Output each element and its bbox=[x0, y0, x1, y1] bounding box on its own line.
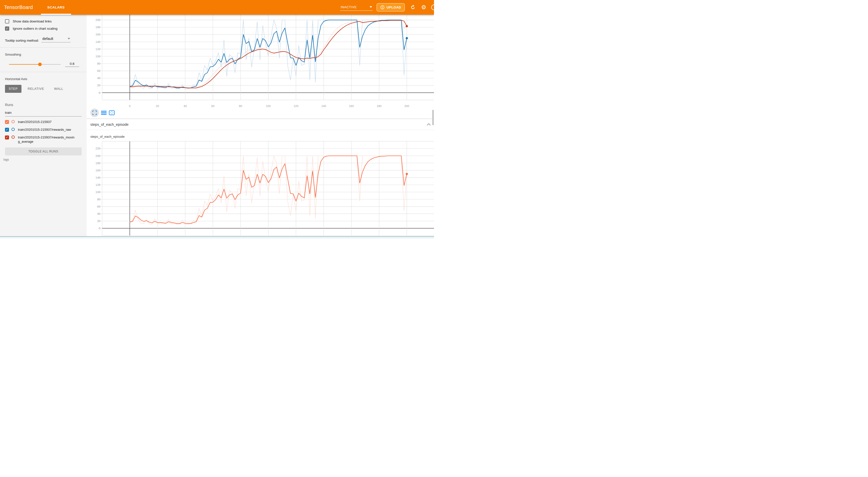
run-color-ring[interactable] bbox=[11, 120, 15, 123]
check-icon: ✓ bbox=[6, 136, 8, 139]
show-download-links-checkbox-row[interactable]: Show data download links bbox=[5, 19, 82, 24]
section-title: steps_of_each_episode bbox=[90, 123, 128, 126]
svg-text:180: 180 bbox=[377, 104, 381, 107]
svg-text:160: 160 bbox=[96, 33, 100, 36]
run-row[interactable]: ✓train/20201015-215937 bbox=[5, 120, 82, 124]
toggle-y-axis-icon[interactable] bbox=[101, 110, 106, 115]
checkbox-label: Show data download links bbox=[13, 20, 52, 23]
svg-text:100: 100 bbox=[96, 191, 100, 194]
svg-text:140: 140 bbox=[321, 104, 326, 107]
run-group-label: logs bbox=[3, 158, 82, 161]
svg-text:160: 160 bbox=[349, 104, 354, 107]
svg-text:40: 40 bbox=[97, 212, 100, 215]
tab-scalars-label: SCALARS bbox=[48, 5, 65, 9]
svg-text:160: 160 bbox=[96, 169, 100, 172]
run-status-select[interactable]: INACTIVE bbox=[340, 4, 373, 11]
runs-label: Runs bbox=[5, 103, 82, 107]
chevron-up-icon[interactable] bbox=[427, 123, 431, 126]
run-color-ring[interactable] bbox=[11, 128, 15, 131]
check-icon: ✓ bbox=[6, 121, 8, 124]
info-icon bbox=[380, 5, 384, 9]
svg-text:220: 220 bbox=[96, 147, 100, 150]
run-row[interactable]: ✓train/20201015-215937/rewards_raw bbox=[5, 128, 82, 132]
svg-text:120: 120 bbox=[96, 183, 100, 186]
run-checkbox[interactable]: ✓ bbox=[5, 120, 9, 124]
check-icon: ✓ bbox=[6, 27, 8, 30]
upload-button[interactable]: UPLOAD bbox=[377, 3, 405, 11]
tooltip-sorting-value: default bbox=[42, 37, 54, 41]
svg-text:100: 100 bbox=[96, 55, 100, 58]
tooltip-sorting-select[interactable]: default bbox=[41, 37, 71, 42]
checkbox-checked[interactable]: ✓ bbox=[5, 27, 9, 31]
next-section-strip bbox=[0, 236, 434, 238]
svg-text:80: 80 bbox=[97, 198, 100, 201]
svg-text:0: 0 bbox=[129, 104, 130, 107]
svg-text:180: 180 bbox=[96, 26, 100, 29]
horizontal-axis-option-step[interactable]: STEP bbox=[5, 85, 22, 93]
card-title: steps_of_each_episode bbox=[90, 135, 125, 138]
svg-text:60: 60 bbox=[211, 104, 215, 107]
horizontal-axis-option-wall[interactable]: WALL bbox=[51, 85, 67, 93]
gear-icon[interactable]: ⚙ bbox=[421, 4, 426, 10]
slider-fill bbox=[9, 64, 40, 65]
run-label: train/20201015-215937 bbox=[18, 120, 52, 124]
app-title: TensorBoard bbox=[4, 4, 33, 10]
svg-text:180: 180 bbox=[96, 162, 100, 165]
run-checkbox[interactable]: ✓ bbox=[5, 128, 9, 132]
toggle-all-runs-button[interactable]: TOGGLE ALL RUNS bbox=[5, 148, 82, 155]
section-header[interactable]: steps_of_each_episode bbox=[87, 119, 434, 130]
svg-text:40: 40 bbox=[97, 76, 100, 80]
svg-text:80: 80 bbox=[97, 62, 100, 65]
sidebar-divider bbox=[0, 72, 87, 72]
series-end-dot bbox=[406, 25, 408, 27]
svg-text:40: 40 bbox=[184, 104, 187, 107]
chevron-down-icon bbox=[68, 38, 70, 39]
ignore-outliers-checkbox-row[interactable]: ✓ Ignore outliers in chart scaling bbox=[5, 27, 82, 31]
svg-text:120: 120 bbox=[293, 104, 298, 107]
upload-button-label: UPLOAD bbox=[386, 5, 401, 9]
svg-text:60: 60 bbox=[97, 69, 100, 72]
run-label: train/20201015-215937/rewards_raw bbox=[18, 128, 71, 132]
checkbox-unchecked[interactable] bbox=[5, 19, 9, 24]
svg-text:140: 140 bbox=[96, 176, 100, 179]
runs-filter-input[interactable]: train bbox=[5, 111, 82, 117]
refresh-icon[interactable] bbox=[410, 5, 415, 10]
svg-text:100: 100 bbox=[266, 104, 271, 107]
svg-text:200: 200 bbox=[96, 19, 100, 22]
rewards-chart[interactable]: 0204060801001201401601802000204060801001… bbox=[87, 15, 434, 110]
horizontal-axis-label: Horizontal Axis bbox=[5, 77, 82, 81]
horizontal-axis-option-relative[interactable]: RELATIVE bbox=[24, 85, 48, 93]
run-row[interactable]: ✓train/20201015-215937/rewards_moving_av… bbox=[5, 135, 82, 144]
svg-text:60: 60 bbox=[97, 205, 100, 208]
help-icon[interactable] bbox=[431, 4, 434, 10]
svg-text:80: 80 bbox=[239, 104, 242, 107]
run-checkbox[interactable]: ✓ bbox=[5, 135, 9, 139]
app-header: TensorBoard SCALARS INACTIVE UPLOAD ⚙ bbox=[0, 0, 434, 15]
svg-text:200: 200 bbox=[404, 104, 409, 107]
run-color-ring[interactable] bbox=[11, 135, 15, 139]
run-label: train/20201015-215937/rewards_moving_ave… bbox=[18, 135, 76, 144]
svg-text:0: 0 bbox=[99, 91, 100, 94]
chart-toolbar bbox=[90, 108, 115, 117]
slider-thumb[interactable] bbox=[38, 63, 42, 66]
series-end-dot bbox=[406, 37, 408, 39]
svg-text:0: 0 bbox=[99, 227, 100, 230]
run-status-value: INACTIVE bbox=[341, 5, 357, 9]
steps-chart[interactable]: 020406080100120140160180200220 bbox=[87, 140, 434, 238]
sidebar: Show data download links ✓ Ignore outlie… bbox=[0, 15, 87, 236]
scrollbar-thumb[interactable] bbox=[432, 110, 434, 125]
svg-text:120: 120 bbox=[96, 47, 100, 51]
svg-text:20: 20 bbox=[97, 84, 100, 87]
expand-chart-icon[interactable] bbox=[90, 108, 99, 117]
smoothing-slider[interactable] bbox=[9, 64, 61, 65]
check-icon: ✓ bbox=[6, 128, 8, 131]
svg-text:200: 200 bbox=[96, 154, 100, 157]
checkbox-label: Ignore outliers in chart scaling bbox=[13, 27, 57, 30]
chevron-down-icon bbox=[370, 6, 372, 8]
tooltip-sorting-label: Tooltip sorting method: bbox=[5, 39, 39, 42]
series-end-dot bbox=[406, 173, 408, 175]
fit-domain-icon[interactable] bbox=[109, 110, 115, 115]
tab-scalars[interactable]: SCALARS bbox=[41, 0, 71, 15]
smoothing-value-input[interactable]: 0.6 bbox=[65, 62, 79, 67]
svg-text:20: 20 bbox=[97, 220, 100, 223]
